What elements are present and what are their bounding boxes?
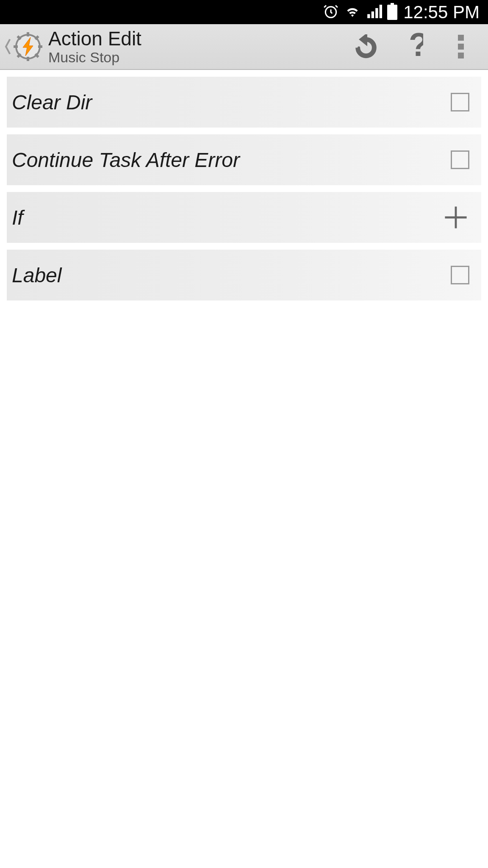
option-clear-dir[interactable]: Clear Dir bbox=[7, 77, 481, 128]
wifi-icon bbox=[344, 3, 361, 21]
svg-rect-2 bbox=[372, 11, 374, 18]
option-label: If bbox=[12, 206, 23, 229]
svg-rect-19 bbox=[458, 44, 464, 50]
page-subtitle: Music Stop bbox=[48, 50, 353, 65]
svg-rect-8 bbox=[27, 32, 29, 36]
label-checkbox[interactable] bbox=[451, 266, 469, 284]
battery-icon bbox=[387, 3, 397, 22]
option-label: Label bbox=[12, 264, 61, 287]
reset-button[interactable] bbox=[353, 34, 379, 59]
app-bar-actions: ? bbox=[353, 34, 484, 59]
svg-rect-3 bbox=[375, 8, 378, 18]
svg-rect-11 bbox=[38, 45, 42, 48]
add-condition-button[interactable] bbox=[442, 204, 469, 231]
svg-rect-4 bbox=[380, 5, 382, 18]
svg-rect-1 bbox=[367, 14, 370, 18]
status-time: 12:55 PM bbox=[403, 2, 480, 22]
option-continue-after-error[interactable]: Continue Task After Error bbox=[7, 134, 481, 185]
app-bar: Action Edit Music Stop ? bbox=[0, 24, 488, 70]
back-button[interactable] bbox=[4, 36, 11, 57]
options-list: Clear Dir Continue Task After Error If L… bbox=[0, 70, 488, 314]
clear-dir-checkbox[interactable] bbox=[451, 93, 469, 111]
svg-rect-20 bbox=[458, 53, 464, 58]
status-bar: 12:55 PM bbox=[0, 0, 488, 24]
svg-text:?: ? bbox=[409, 33, 423, 61]
status-icons bbox=[323, 3, 397, 22]
svg-rect-10 bbox=[14, 45, 18, 48]
option-if[interactable]: If bbox=[7, 192, 481, 243]
tasker-app-icon[interactable] bbox=[13, 31, 43, 62]
svg-rect-6 bbox=[391, 3, 394, 5]
svg-rect-5 bbox=[387, 5, 397, 20]
page-title: Action Edit bbox=[48, 28, 353, 50]
signal-icon bbox=[366, 3, 382, 21]
alarm-icon bbox=[323, 3, 339, 21]
option-label: Clear Dir bbox=[12, 91, 92, 114]
title-block: Action Edit Music Stop bbox=[48, 28, 353, 65]
svg-rect-9 bbox=[27, 57, 29, 61]
option-label: Continue Task After Error bbox=[12, 148, 240, 172]
help-button[interactable]: ? bbox=[401, 34, 426, 59]
option-label[interactable]: Label bbox=[7, 250, 481, 300]
continue-after-error-checkbox[interactable] bbox=[451, 150, 469, 169]
svg-rect-18 bbox=[458, 35, 464, 41]
overflow-menu-button[interactable] bbox=[448, 34, 474, 59]
